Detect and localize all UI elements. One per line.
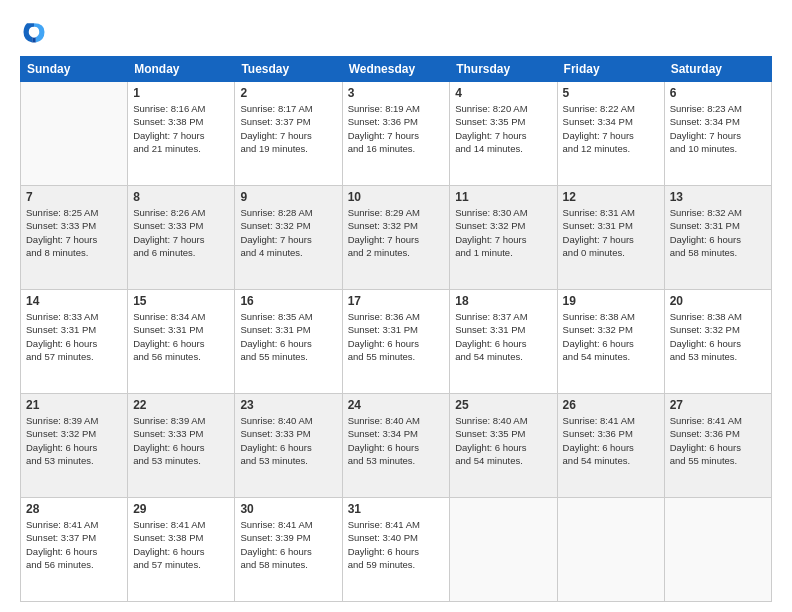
day-info: Sunrise: 8:26 AMSunset: 3:33 PMDaylight:… — [133, 206, 229, 259]
day-number: 16 — [240, 294, 336, 308]
day-cell: 2Sunrise: 8:17 AMSunset: 3:37 PMDaylight… — [235, 82, 342, 186]
day-info: Sunrise: 8:41 AMSunset: 3:39 PMDaylight:… — [240, 518, 336, 571]
day-number: 13 — [670, 190, 766, 204]
day-cell: 17Sunrise: 8:36 AMSunset: 3:31 PMDayligh… — [342, 290, 450, 394]
day-cell: 26Sunrise: 8:41 AMSunset: 3:36 PMDayligh… — [557, 394, 664, 498]
day-info: Sunrise: 8:33 AMSunset: 3:31 PMDaylight:… — [26, 310, 122, 363]
day-info: Sunrise: 8:23 AMSunset: 3:34 PMDaylight:… — [670, 102, 766, 155]
day-cell: 3Sunrise: 8:19 AMSunset: 3:36 PMDaylight… — [342, 82, 450, 186]
day-cell: 27Sunrise: 8:41 AMSunset: 3:36 PMDayligh… — [664, 394, 771, 498]
day-info: Sunrise: 8:41 AMSunset: 3:37 PMDaylight:… — [26, 518, 122, 571]
day-cell: 11Sunrise: 8:30 AMSunset: 3:32 PMDayligh… — [450, 186, 557, 290]
day-info: Sunrise: 8:20 AMSunset: 3:35 PMDaylight:… — [455, 102, 551, 155]
day-cell: 7Sunrise: 8:25 AMSunset: 3:33 PMDaylight… — [21, 186, 128, 290]
day-info: Sunrise: 8:22 AMSunset: 3:34 PMDaylight:… — [563, 102, 659, 155]
weekday-header-wednesday: Wednesday — [342, 57, 450, 82]
day-info: Sunrise: 8:38 AMSunset: 3:32 PMDaylight:… — [563, 310, 659, 363]
day-info: Sunrise: 8:32 AMSunset: 3:31 PMDaylight:… — [670, 206, 766, 259]
day-cell — [664, 498, 771, 602]
day-cell: 6Sunrise: 8:23 AMSunset: 3:34 PMDaylight… — [664, 82, 771, 186]
day-number: 29 — [133, 502, 229, 516]
weekday-header-sunday: Sunday — [21, 57, 128, 82]
day-info: Sunrise: 8:29 AMSunset: 3:32 PMDaylight:… — [348, 206, 445, 259]
day-number: 30 — [240, 502, 336, 516]
day-info: Sunrise: 8:40 AMSunset: 3:34 PMDaylight:… — [348, 414, 445, 467]
day-cell: 18Sunrise: 8:37 AMSunset: 3:31 PMDayligh… — [450, 290, 557, 394]
day-info: Sunrise: 8:40 AMSunset: 3:35 PMDaylight:… — [455, 414, 551, 467]
day-cell — [557, 498, 664, 602]
day-cell: 24Sunrise: 8:40 AMSunset: 3:34 PMDayligh… — [342, 394, 450, 498]
day-cell: 5Sunrise: 8:22 AMSunset: 3:34 PMDaylight… — [557, 82, 664, 186]
day-number: 27 — [670, 398, 766, 412]
day-cell: 29Sunrise: 8:41 AMSunset: 3:38 PMDayligh… — [128, 498, 235, 602]
day-number: 17 — [348, 294, 445, 308]
week-row-2: 7Sunrise: 8:25 AMSunset: 3:33 PMDaylight… — [21, 186, 772, 290]
page: SundayMondayTuesdayWednesdayThursdayFrid… — [0, 0, 792, 612]
day-number: 25 — [455, 398, 551, 412]
day-info: Sunrise: 8:39 AMSunset: 3:33 PMDaylight:… — [133, 414, 229, 467]
day-number: 1 — [133, 86, 229, 100]
day-cell: 25Sunrise: 8:40 AMSunset: 3:35 PMDayligh… — [450, 394, 557, 498]
header — [20, 18, 772, 46]
day-number: 19 — [563, 294, 659, 308]
day-number: 3 — [348, 86, 445, 100]
day-number: 23 — [240, 398, 336, 412]
weekday-header-friday: Friday — [557, 57, 664, 82]
day-info: Sunrise: 8:35 AMSunset: 3:31 PMDaylight:… — [240, 310, 336, 363]
calendar: SundayMondayTuesdayWednesdayThursdayFrid… — [20, 56, 772, 602]
day-info: Sunrise: 8:28 AMSunset: 3:32 PMDaylight:… — [240, 206, 336, 259]
day-info: Sunrise: 8:16 AMSunset: 3:38 PMDaylight:… — [133, 102, 229, 155]
day-cell: 30Sunrise: 8:41 AMSunset: 3:39 PMDayligh… — [235, 498, 342, 602]
day-cell: 10Sunrise: 8:29 AMSunset: 3:32 PMDayligh… — [342, 186, 450, 290]
day-number: 24 — [348, 398, 445, 412]
day-info: Sunrise: 8:17 AMSunset: 3:37 PMDaylight:… — [240, 102, 336, 155]
day-info: Sunrise: 8:38 AMSunset: 3:32 PMDaylight:… — [670, 310, 766, 363]
day-info: Sunrise: 8:41 AMSunset: 3:36 PMDaylight:… — [670, 414, 766, 467]
day-number: 9 — [240, 190, 336, 204]
weekday-header-tuesday: Tuesday — [235, 57, 342, 82]
day-cell: 1Sunrise: 8:16 AMSunset: 3:38 PMDaylight… — [128, 82, 235, 186]
day-number: 8 — [133, 190, 229, 204]
weekday-header-row: SundayMondayTuesdayWednesdayThursdayFrid… — [21, 57, 772, 82]
day-info: Sunrise: 8:41 AMSunset: 3:40 PMDaylight:… — [348, 518, 445, 571]
day-info: Sunrise: 8:31 AMSunset: 3:31 PMDaylight:… — [563, 206, 659, 259]
day-number: 11 — [455, 190, 551, 204]
day-number: 31 — [348, 502, 445, 516]
day-cell: 4Sunrise: 8:20 AMSunset: 3:35 PMDaylight… — [450, 82, 557, 186]
day-number: 15 — [133, 294, 229, 308]
day-info: Sunrise: 8:37 AMSunset: 3:31 PMDaylight:… — [455, 310, 551, 363]
day-number: 28 — [26, 502, 122, 516]
day-info: Sunrise: 8:41 AMSunset: 3:36 PMDaylight:… — [563, 414, 659, 467]
day-number: 14 — [26, 294, 122, 308]
day-info: Sunrise: 8:19 AMSunset: 3:36 PMDaylight:… — [348, 102, 445, 155]
weekday-header-thursday: Thursday — [450, 57, 557, 82]
day-cell: 31Sunrise: 8:41 AMSunset: 3:40 PMDayligh… — [342, 498, 450, 602]
day-cell: 22Sunrise: 8:39 AMSunset: 3:33 PMDayligh… — [128, 394, 235, 498]
day-cell: 12Sunrise: 8:31 AMSunset: 3:31 PMDayligh… — [557, 186, 664, 290]
day-number: 26 — [563, 398, 659, 412]
day-cell: 28Sunrise: 8:41 AMSunset: 3:37 PMDayligh… — [21, 498, 128, 602]
day-cell: 16Sunrise: 8:35 AMSunset: 3:31 PMDayligh… — [235, 290, 342, 394]
day-info: Sunrise: 8:39 AMSunset: 3:32 PMDaylight:… — [26, 414, 122, 467]
logo — [20, 18, 52, 46]
week-row-4: 21Sunrise: 8:39 AMSunset: 3:32 PMDayligh… — [21, 394, 772, 498]
day-number: 22 — [133, 398, 229, 412]
day-cell: 19Sunrise: 8:38 AMSunset: 3:32 PMDayligh… — [557, 290, 664, 394]
week-row-5: 28Sunrise: 8:41 AMSunset: 3:37 PMDayligh… — [21, 498, 772, 602]
logo-icon — [20, 18, 48, 46]
day-info: Sunrise: 8:40 AMSunset: 3:33 PMDaylight:… — [240, 414, 336, 467]
day-number: 12 — [563, 190, 659, 204]
day-cell: 9Sunrise: 8:28 AMSunset: 3:32 PMDaylight… — [235, 186, 342, 290]
weekday-header-saturday: Saturday — [664, 57, 771, 82]
day-cell: 21Sunrise: 8:39 AMSunset: 3:32 PMDayligh… — [21, 394, 128, 498]
day-info: Sunrise: 8:36 AMSunset: 3:31 PMDaylight:… — [348, 310, 445, 363]
weekday-header-monday: Monday — [128, 57, 235, 82]
day-cell: 23Sunrise: 8:40 AMSunset: 3:33 PMDayligh… — [235, 394, 342, 498]
day-number: 10 — [348, 190, 445, 204]
week-row-3: 14Sunrise: 8:33 AMSunset: 3:31 PMDayligh… — [21, 290, 772, 394]
day-number: 20 — [670, 294, 766, 308]
week-row-1: 1Sunrise: 8:16 AMSunset: 3:38 PMDaylight… — [21, 82, 772, 186]
day-info: Sunrise: 8:34 AMSunset: 3:31 PMDaylight:… — [133, 310, 229, 363]
day-cell — [21, 82, 128, 186]
day-cell: 15Sunrise: 8:34 AMSunset: 3:31 PMDayligh… — [128, 290, 235, 394]
